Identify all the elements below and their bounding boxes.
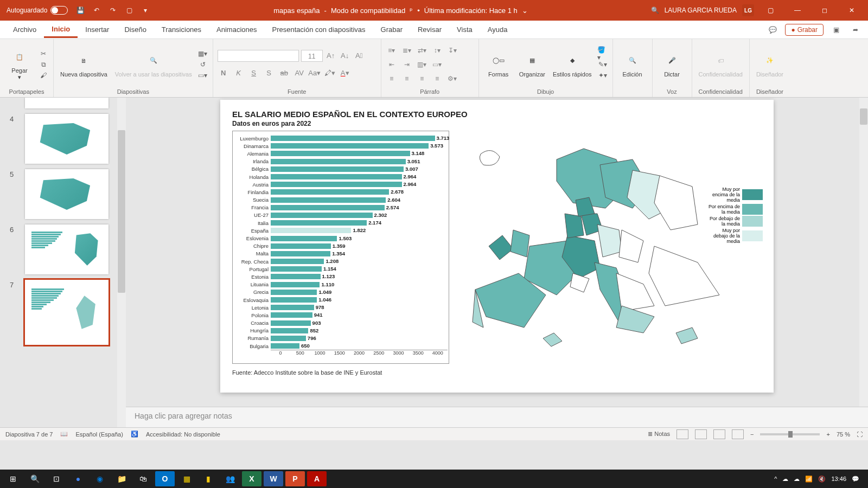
close-icon[interactable]: ✕ [841, 2, 863, 18]
tab-ayuda[interactable]: Ayuda [480, 22, 515, 37]
zoom-in-icon[interactable]: + [826, 431, 829, 438]
word-icon[interactable]: W [264, 471, 283, 486]
present-icon[interactable]: ▢ [124, 5, 134, 15]
paste-button[interactable]: 📋 Pegar ▾ [4, 47, 35, 82]
tab-diseno[interactable]: Diseño [117, 22, 154, 37]
tab-animaciones[interactable]: Animaciones [209, 22, 264, 37]
clock[interactable]: 13:46 [831, 476, 846, 482]
slide-thumb-7[interactable]: 7 [25, 280, 108, 345]
bold-icon[interactable]: N [218, 67, 229, 79]
shapes-button[interactable]: ◯▭Formas [483, 50, 514, 79]
shadow-icon[interactable]: S [263, 67, 275, 79]
share-users-icon[interactable]: ᵖ [410, 7, 413, 15]
reading-view-icon[interactable] [713, 429, 725, 439]
notes-pane[interactable]: Haga clic para agregar notas [126, 407, 868, 427]
undo-icon[interactable]: ↶ [92, 5, 101, 15]
redo-icon[interactable]: ↷ [108, 5, 118, 15]
autosave-toggle[interactable]: Autoguardado [7, 6, 68, 15]
comments-icon[interactable]: 💬 [765, 23, 780, 37]
zoom-slider[interactable] [760, 433, 820, 435]
arrange-button[interactable]: ▦Organizar [517, 50, 547, 79]
customize-qat-icon[interactable]: ▾ [141, 5, 150, 15]
record-button[interactable]: ● Grabar [785, 24, 824, 36]
weather-icon[interactable]: ☁ [782, 476, 788, 483]
format-painter-icon[interactable]: 🖌 [38, 71, 49, 80]
fit-to-window-icon[interactable]: ⛶ [857, 431, 863, 438]
tab-grabar[interactable]: Grabar [373, 22, 410, 37]
text-direction-icon[interactable]: ↧▾ [446, 45, 458, 56]
store-icon[interactable]: 🛍 [133, 471, 153, 486]
zoom-out-icon[interactable]: − [750, 431, 754, 438]
zoom-level[interactable]: 75 % [837, 431, 850, 438]
chevron-down-icon[interactable]: ⌄ [522, 7, 528, 15]
reset-icon[interactable]: ↺ [197, 60, 208, 69]
tab-vista[interactable]: Vista [449, 22, 480, 37]
tab-archivo[interactable]: Archivo [5, 22, 44, 37]
acrobat-icon[interactable]: A [307, 471, 327, 486]
toggle-switch[interactable] [50, 6, 68, 15]
shape-fill-icon[interactable]: 🪣▾ [597, 49, 608, 58]
taskview-icon[interactable]: ⊡ [47, 471, 66, 486]
highlight-icon[interactable]: 🖍▾ [324, 67, 336, 79]
excel-icon[interactable]: X [242, 471, 261, 486]
language-indicator[interactable]: Español (España) [75, 431, 123, 438]
ribbon-display-icon[interactable]: ▢ [760, 2, 781, 18]
align-text-icon[interactable]: ▭▾ [431, 59, 443, 70]
tab-presentacion[interactable]: Presentación con diapositivas [265, 22, 373, 37]
accessibility-icon[interactable]: ♿ [131, 431, 138, 438]
font-size-select[interactable]: 11 [301, 50, 323, 62]
sorter-view-icon[interactable] [695, 429, 707, 439]
decrease-font-icon[interactable]: A↓ [339, 50, 351, 62]
powerbi-icon[interactable]: ▮ [199, 471, 218, 486]
present-live-icon[interactable]: ▣ [829, 23, 843, 37]
increase-indent-icon[interactable]: ⇥ [401, 59, 413, 70]
increase-font-icon[interactable]: A↑ [325, 50, 337, 62]
numbering-icon[interactable]: ≣▾ [401, 45, 413, 56]
spellcheck-icon[interactable]: 📖 [60, 431, 68, 438]
edge-icon[interactable]: ◉ [90, 471, 110, 486]
shape-effects-icon[interactable]: ✦▾ [597, 71, 608, 80]
font-color-icon[interactable]: A▾ [339, 67, 351, 79]
last-modified[interactable]: Última modificación: Hace 1 h [424, 7, 518, 15]
smartart-icon[interactable]: ⚙▾ [446, 73, 458, 84]
bullets-icon[interactable]: ≡▾ [386, 45, 398, 56]
powerpoint-icon[interactable]: P [285, 471, 305, 486]
share-icon[interactable]: ➦ [848, 23, 863, 37]
justify-icon[interactable]: ≡ [431, 73, 443, 84]
cut-icon[interactable]: ✂ [38, 49, 49, 58]
reuse-slides-button[interactable]: 🔍 Volver a usar las diapositivas [113, 50, 194, 79]
notes-toggle[interactable]: ≣ Notas [648, 431, 670, 438]
teams-icon[interactable]: 👥 [220, 471, 240, 486]
sticky-notes-icon[interactable]: ▦ [177, 471, 196, 486]
slide-thumb-4[interactable]: 4 [25, 114, 108, 164]
slide-thumb-partial[interactable] [25, 98, 108, 108]
char-spacing-icon[interactable]: AV [293, 67, 305, 79]
outlook-icon[interactable]: O [155, 471, 175, 486]
new-slide-button[interactable]: 🗎 Nueva diapositiva [58, 50, 110, 79]
slide-thumb-6[interactable]: 6 [25, 224, 108, 274]
tab-inicio[interactable]: Inicio [44, 22, 78, 38]
designer-button[interactable]: ✨Diseñador [754, 50, 786, 79]
slide-canvas[interactable]: EL SALARIO MEDIO ESPAÑOL EN EL CONTEXTO … [220, 100, 774, 393]
search-icon[interactable]: 🔍 [25, 471, 44, 486]
editor-scrollbar[interactable] [859, 98, 868, 407]
quick-styles-button[interactable]: ◆Estilos rápidos [551, 50, 594, 79]
chrome-icon[interactable]: ● [68, 471, 88, 486]
italic-icon[interactable]: K [233, 67, 245, 79]
wifi-icon[interactable]: 📶 [805, 476, 813, 483]
slideshow-view-icon[interactable] [732, 429, 744, 439]
notifications-icon[interactable]: 💬 [852, 476, 859, 483]
list-level-icon[interactable]: ⇄▾ [416, 45, 428, 56]
start-icon[interactable]: ⊞ [3, 471, 23, 486]
tab-transiciones[interactable]: Transiciones [154, 22, 209, 37]
thumb-scrollbar[interactable] [117, 98, 126, 427]
align-right-icon[interactable]: ≡ [416, 73, 428, 84]
onedrive-icon[interactable]: ☁ [794, 476, 800, 483]
sensitivity-button[interactable]: 🏷Confidencialidad [697, 50, 745, 79]
slide-counter[interactable]: Diapositiva 7 de 7 [5, 431, 53, 438]
minimize-icon[interactable]: — [787, 2, 808, 18]
volume-icon[interactable]: 🔇 [818, 476, 826, 483]
search-icon[interactable]: 🔍 [651, 7, 659, 14]
font-family-select[interactable] [218, 50, 299, 62]
normal-view-icon[interactable] [676, 429, 688, 439]
